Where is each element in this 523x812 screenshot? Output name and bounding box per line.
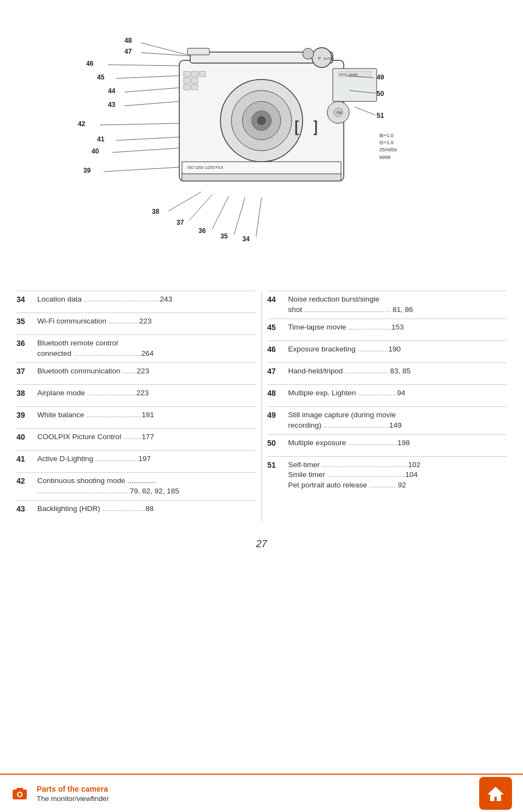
section-subtitle: The monitor/viewfinder xyxy=(37,794,109,803)
svg-text:⊞+1.0: ⊞+1.0 xyxy=(379,133,394,138)
svg-rect-62 xyxy=(191,78,198,83)
svg-line-39 xyxy=(112,148,179,152)
item-desc: Still image capture (during movierecordi… xyxy=(288,410,502,431)
svg-text:45: 45 xyxy=(97,73,105,81)
svg-line-49 xyxy=(234,197,245,235)
svg-line-35 xyxy=(100,123,179,125)
item-number: 46 xyxy=(268,344,288,354)
item-number: 43 xyxy=(16,504,37,513)
item-number: 47 xyxy=(268,366,288,376)
list-item: 43 Backlighting (HDR) ..................… xyxy=(16,500,256,522)
svg-rect-63 xyxy=(184,84,190,90)
svg-line-41 xyxy=(104,167,179,172)
item-number: 36 xyxy=(16,338,37,348)
item-desc: Active D-Lighting .....................1… xyxy=(37,454,251,464)
camera-icon xyxy=(11,785,29,802)
svg-line-37 xyxy=(116,137,179,140)
item-number: 41 xyxy=(16,454,37,463)
item-number: 37 xyxy=(16,366,37,376)
list-item: 34 Location data .......................… xyxy=(16,291,256,313)
item-number: 44 xyxy=(268,294,288,304)
svg-text:25m00s: 25m00s xyxy=(379,147,397,152)
item-desc: White balance ..........................… xyxy=(37,410,251,421)
svg-line-47 xyxy=(212,196,229,229)
svg-text:43: 43 xyxy=(108,101,116,109)
svg-text:40: 40 xyxy=(92,147,99,155)
svg-line-45 xyxy=(189,195,212,220)
item-desc: Backlighting (HDR) .....................… xyxy=(37,504,251,514)
item-desc: Noise reduction burst/singleshot .......… xyxy=(288,294,502,315)
list-item: 45 Time-lapse movie ....................… xyxy=(268,319,507,340)
item-number: 49 xyxy=(268,410,288,419)
list-item: 44 Noise reduction burst/singleshot ....… xyxy=(268,291,507,319)
svg-text:ISO 3200  1/250  F5.6: ISO 3200 1/250 F5.6 xyxy=(187,166,223,169)
svg-text:41: 41 xyxy=(97,135,105,143)
svg-text:9999: 9999 xyxy=(379,155,390,160)
index-table: 34 Location data .......................… xyxy=(0,285,523,527)
svg-text:39: 39 xyxy=(83,167,91,174)
svg-point-5 xyxy=(257,116,266,125)
svg-text:34: 34 xyxy=(242,235,250,243)
index-left-col: 34 Location data .......................… xyxy=(16,291,256,522)
list-item: 51 Self-timer ..........................… xyxy=(268,456,507,495)
item-desc: Bluetooth communication .......223 xyxy=(37,366,251,377)
svg-text:37: 37 xyxy=(177,219,184,226)
svg-text:47: 47 xyxy=(124,48,132,55)
list-item: 42 Continuous shooting mode ............… xyxy=(16,472,256,500)
svg-rect-72 xyxy=(16,788,23,791)
item-desc: Airplane mode ........................22… xyxy=(37,388,251,399)
list-item: 41 Active D-Lighting ...................… xyxy=(16,450,256,472)
item-number: 51 xyxy=(268,460,288,469)
svg-line-29 xyxy=(116,76,179,78)
svg-marker-75 xyxy=(487,787,504,801)
svg-rect-64 xyxy=(191,84,198,90)
svg-rect-59 xyxy=(191,71,198,77)
list-item: 47 Hand-held/tripod ....................… xyxy=(268,362,507,384)
svg-line-31 xyxy=(124,88,179,92)
svg-line-25 xyxy=(141,53,190,56)
svg-rect-58 xyxy=(184,71,190,77)
svg-text:OK: OK xyxy=(337,111,342,115)
list-item: 37 Bluetooth communication .......223 xyxy=(16,362,256,384)
svg-text:49: 49 xyxy=(377,73,384,81)
svg-text:51: 51 xyxy=(377,112,384,120)
svg-text:50: 50 xyxy=(377,90,384,98)
item-desc: Wi-Fi communication ...............223 xyxy=(37,316,251,327)
footer-text: Parts of the camera The monitor/viewfind… xyxy=(37,785,109,803)
svg-text:⊟+1.0: ⊟+1.0 xyxy=(379,140,394,145)
list-item: 48 Multiple exp. Lighten ...............… xyxy=(268,384,507,406)
item-number: 42 xyxy=(16,476,37,485)
item-desc: Exposure bracketing ...............190 xyxy=(288,344,502,355)
svg-text:AUTO: AUTO xyxy=(323,57,333,60)
item-number: 48 xyxy=(268,388,288,398)
svg-text:]: ] xyxy=(314,118,318,135)
svg-text:46: 46 xyxy=(86,60,94,67)
svg-line-33 xyxy=(124,101,179,106)
svg-text:[: [ xyxy=(294,118,299,135)
svg-text:48: 48 xyxy=(124,37,132,44)
item-desc: Self-timer .............................… xyxy=(288,460,502,491)
svg-text:AUTO: AUTO xyxy=(339,73,347,76)
footer-bar: Parts of the camera The monitor/viewfind… xyxy=(0,774,523,812)
column-divider xyxy=(262,291,262,522)
list-item: 38 Airplane mode .......................… xyxy=(16,384,256,406)
camera-diagram: P AUTO AUTO NORM OK ISO 3200 1/250 F5.6 … xyxy=(0,0,523,285)
item-desc: Bluetooth remote controlconnected ......… xyxy=(37,338,251,359)
list-item: 40 COOLPIX Picture Control .........177 xyxy=(16,428,256,450)
list-item: 49 Still image capture (during moviereco… xyxy=(268,406,507,434)
svg-rect-60 xyxy=(199,71,206,77)
svg-rect-61 xyxy=(184,78,190,83)
svg-text:42: 42 xyxy=(78,120,86,128)
index-right-col: 44 Noise reduction burst/singleshot ....… xyxy=(268,291,507,522)
svg-text:36: 36 xyxy=(198,227,206,235)
item-number: 39 xyxy=(16,410,37,419)
item-desc: Multiple exposure ......................… xyxy=(288,438,502,448)
item-number: 34 xyxy=(16,294,37,304)
svg-line-27 xyxy=(108,65,179,66)
home-button[interactable] xyxy=(479,777,512,810)
item-number: 45 xyxy=(268,322,288,332)
svg-rect-11 xyxy=(187,48,209,55)
list-item: 36 Bluetooth remote controlconnected ...… xyxy=(16,334,256,362)
item-desc: Continuous shooting mode ...............… xyxy=(37,476,251,497)
item-number: 35 xyxy=(16,316,37,326)
